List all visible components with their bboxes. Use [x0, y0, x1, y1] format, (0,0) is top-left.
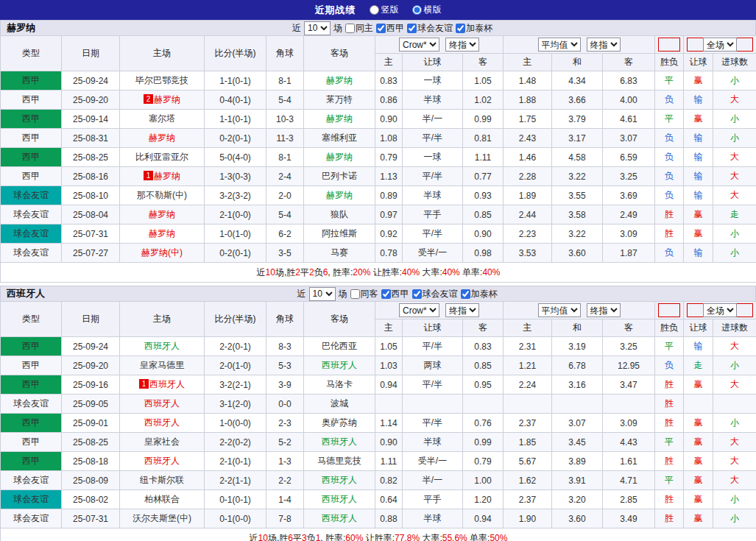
home-team-cell[interactable]: 皇家社会 [120, 433, 205, 452]
comp-filter-laliga[interactable]: 西甲 [376, 22, 404, 35]
odds-company-select[interactable]: Crow* [399, 303, 439, 317]
away-team-cell[interactable]: 巴伦西亚 [304, 337, 375, 356]
average-select[interactable]: 平均值 [538, 38, 581, 52]
layout-option-vertical[interactable]: 竖版 [370, 4, 399, 16]
home-team-cell[interactable]: 赫罗纳(中) [120, 244, 205, 263]
odds-company-select[interactable]: Crow* [399, 38, 439, 52]
col-goals: 进球数 [713, 54, 756, 71]
home-odds-cell: 0.90 [375, 433, 403, 452]
home-team-cell[interactable]: 皇家马德里 [120, 356, 205, 375]
corner-cell: 5-4 [266, 91, 304, 110]
home-odds-cell: 0.89 [375, 186, 403, 205]
same-venue-label: 同客 [361, 288, 378, 300]
horizontal-layout-radio[interactable] [412, 5, 422, 15]
away-team-cell[interactable]: 奥萨苏纳 [304, 414, 375, 433]
home-team-cell[interactable]: 西班牙人 [120, 395, 205, 414]
away-team-cell[interactable]: 西班牙人 [304, 471, 375, 490]
home-team-cell[interactable]: 沃尔夫斯堡(中) [120, 509, 205, 528]
odds-final-select[interactable]: 终指 [445, 38, 479, 52]
home-team-cell[interactable]: 那不勒斯(中) [120, 186, 205, 205]
away-team-cell[interactable]: 马洛卡 [304, 375, 375, 395]
cup-checkbox[interactable] [456, 24, 465, 33]
home-team-cell[interactable]: 毕尔巴鄂竞技 [120, 71, 205, 91]
away-team-cell[interactable]: 巴列卡诺 [304, 167, 375, 186]
home-team-cell[interactable]: 塞尔塔 [120, 110, 205, 129]
same-venue-checkbox[interactable] [350, 289, 360, 299]
away-team-cell[interactable]: 赫罗纳 [304, 71, 375, 91]
handicap-result-cell: 赢 [684, 205, 713, 224]
away-team-name: 西班牙人 [322, 475, 357, 485]
friendly-checkbox[interactable] [412, 289, 422, 299]
same-venue-checkbox[interactable] [345, 24, 355, 33]
away-team-cell[interactable]: 狼队 [304, 205, 375, 224]
cup-checkbox[interactable] [461, 289, 470, 299]
result-frame-cell [655, 302, 684, 319]
handicap-cell [403, 395, 463, 414]
scope-select[interactable]: 全场 [703, 303, 737, 317]
home-team-cell[interactable]: 赫罗纳 [120, 129, 205, 148]
home-team-cell[interactable]: 柏林联合 [120, 490, 205, 509]
away-team-cell[interactable]: 赫罗纳 [304, 148, 375, 167]
away-team-cell[interactable]: 赫罗纳 [304, 110, 375, 129]
odds-final-select[interactable]: 终指 [445, 303, 479, 317]
goals-result-cell: 大 [713, 91, 756, 110]
avg-final-select[interactable]: 终指 [587, 38, 621, 52]
away-team-name: 赫罗纳 [326, 113, 353, 124]
home-team-cell[interactable]: 赫罗纳 [120, 205, 205, 224]
avg-away-cell: 4.61 [603, 110, 655, 129]
goals-result-cell: 小 [713, 509, 756, 528]
home-team-cell[interactable]: 比利亚雷亚尔 [120, 148, 205, 167]
match-count-select[interactable]: 10 [304, 21, 331, 35]
home-team-cell[interactable]: 西班牙人 [120, 337, 205, 356]
summary-segment: 场,胜 [275, 267, 295, 277]
home-team-cell[interactable]: 西班牙人 [120, 414, 205, 433]
handicap-cell: 半球 [403, 509, 463, 528]
away-team-cell[interactable]: 西班牙人 [304, 490, 375, 509]
comp-filter-cup[interactable]: 加泰杯 [461, 288, 498, 300]
away-team-cell[interactable]: 莱万特 [304, 91, 375, 110]
summary-segment: 大率: [420, 267, 442, 277]
same-venue-filter[interactable]: 同客 [350, 288, 378, 300]
away-team-cell[interactable]: 西班牙人 [304, 356, 375, 375]
comp-filter-laliga[interactable]: 西甲 [381, 288, 409, 300]
avg-home-cell: 1.89 [504, 186, 552, 205]
friendly-label: 球会友谊 [417, 22, 453, 35]
match-count-select[interactable]: 10 [309, 287, 336, 301]
comp-filter-friendly[interactable]: 球会友谊 [407, 22, 453, 35]
summary-segment: 单率: [460, 267, 483, 277]
scope-select[interactable]: 全场 [703, 38, 737, 52]
home-team-cell[interactable]: 赫罗纳 [120, 224, 205, 244]
laliga-checkbox[interactable] [381, 289, 391, 299]
away-team-cell[interactable]: 西班牙人 [304, 433, 375, 452]
away-team-cell[interactable]: 马赛 [304, 244, 375, 263]
section-espanyol: 西班牙人 近 10 场 同客 西甲 球会友谊 加泰杯 [0, 286, 756, 541]
average-select[interactable]: 平均值 [538, 303, 581, 317]
home-team-cell[interactable]: 2赫罗纳 [120, 91, 205, 110]
corner-cell: 3-9 [266, 375, 304, 395]
away-team-cell[interactable]: 马德里竞技 [304, 452, 375, 471]
home-team-cell[interactable]: 1赫罗纳 [120, 167, 205, 186]
home-team-cell[interactable]: 西班牙人 [120, 452, 205, 471]
avg-draw-cell: 3.22 [552, 167, 603, 186]
away-team-cell[interactable]: 波城 [304, 395, 375, 414]
laliga-checkbox[interactable] [376, 24, 386, 33]
friendly-checkbox[interactable] [407, 24, 417, 33]
layout-option-horizontal[interactable]: 横版 [412, 4, 442, 16]
comp-filter-friendly[interactable]: 球会友谊 [412, 288, 458, 300]
away-team-cell[interactable]: 西班牙人 [304, 509, 375, 528]
comp-filter-cup[interactable]: 加泰杯 [456, 22, 492, 35]
avg-final-select[interactable]: 终指 [587, 303, 621, 317]
handicap-result-cell: 输 [684, 91, 713, 110]
summary-segment: 60% [345, 533, 363, 541]
home-team-cell[interactable]: 1西班牙人 [120, 375, 205, 395]
avg-draw-cell: 3.60 [552, 509, 603, 528]
away-team-cell[interactable]: 阿拉维斯 [304, 224, 375, 244]
home-team-cell[interactable]: 纽卡斯尔联 [120, 471, 205, 490]
same-venue-filter[interactable]: 同主 [345, 22, 373, 35]
away-team-cell[interactable]: 赫罗纳 [304, 186, 375, 205]
away-team-name: 赫罗纳 [326, 75, 353, 85]
avg-away-cell: 3.47 [603, 375, 655, 395]
vertical-layout-radio[interactable] [370, 5, 379, 15]
col-draw-avg: 和 [552, 54, 603, 71]
away-team-cell[interactable]: 塞维利亚 [304, 129, 375, 148]
